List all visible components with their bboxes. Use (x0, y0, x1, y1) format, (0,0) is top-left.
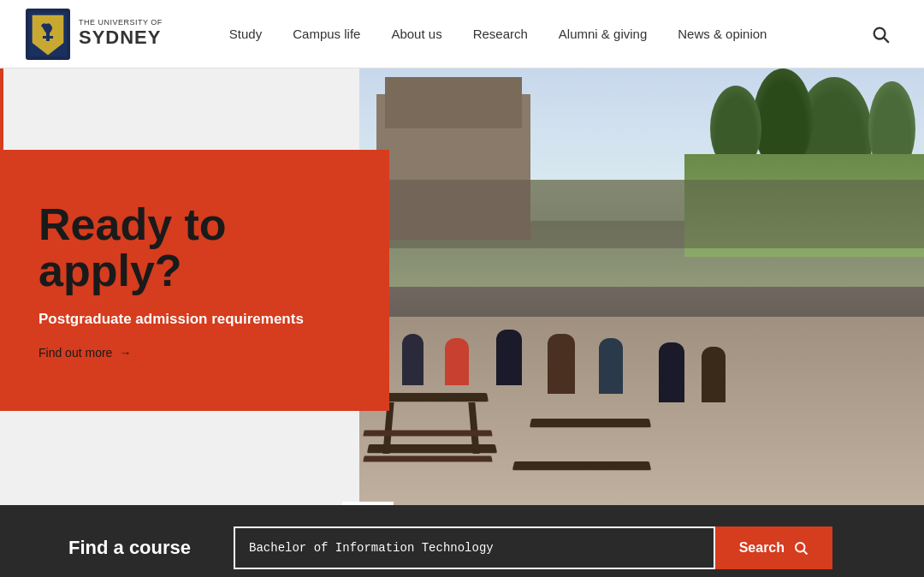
find-course-label: Find a course (68, 537, 191, 559)
search-icon-button[interactable] (862, 25, 898, 44)
search-button[interactable]: Search (715, 526, 832, 569)
slide-indicator (342, 502, 394, 505)
svg-point-6 (796, 543, 805, 552)
nav-item-research[interactable]: Research (458, 0, 543, 68)
main-nav: Study Campus life About us Research Alum… (214, 0, 862, 68)
find-course-section: Find a course Search (0, 505, 924, 577)
search-button-icon (793, 540, 808, 556)
nav-item-campus-life[interactable]: Campus life (277, 0, 376, 68)
logo-text: THE UNIVERSITY OF SYDNEY (79, 19, 163, 48)
hero-subtitle: Postgraduate admission requirements (38, 310, 351, 329)
hero-heading: Ready to apply? (38, 201, 351, 294)
sydney-label: SYDNEY (79, 27, 163, 48)
arrow-icon: → (119, 346, 131, 360)
svg-rect-3 (43, 36, 53, 39)
find-out-more-link[interactable]: Find out more → (38, 346, 351, 360)
nav-item-about-us[interactable]: About us (376, 0, 457, 68)
search-icon (871, 25, 890, 44)
search-button-label: Search (739, 540, 785, 556)
nav-item-study[interactable]: Study (214, 0, 277, 68)
course-search-input[interactable] (234, 526, 715, 569)
hero-overlay-card: Ready to apply? Postgraduate admission r… (0, 150, 389, 411)
hero-background-image (359, 68, 924, 505)
nav-item-news[interactable]: News & opinion (662, 0, 782, 68)
svg-line-5 (884, 38, 888, 42)
site-header: THE UNIVERSITY OF SYDNEY Study Campus li… (0, 0, 924, 68)
university-logo[interactable]: THE UNIVERSITY OF SYDNEY (26, 9, 163, 60)
shield-icon (26, 9, 70, 60)
find-out-more-label: Find out more (38, 346, 112, 360)
svg-line-7 (803, 550, 807, 554)
left-accent-bar (0, 68, 3, 150)
nav-item-alumni[interactable]: Alumni & giving (543, 0, 662, 68)
hero-section: Ready to apply? Postgraduate admission r… (0, 68, 924, 505)
find-course-form: Search (234, 526, 832, 569)
